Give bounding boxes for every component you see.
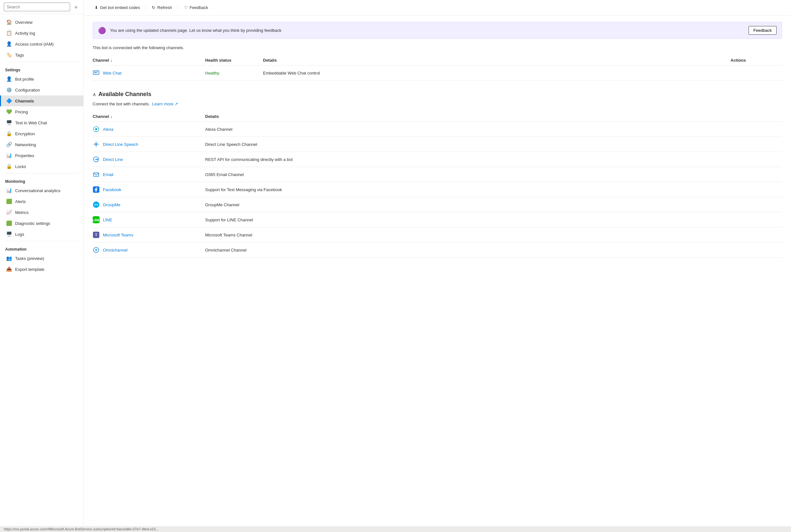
sidebar-item-tasks-preview[interactable]: 👥 Tasks (preview) xyxy=(0,253,83,264)
sidebar-item-activity-log[interactable]: 📋 Activity log xyxy=(0,27,83,39)
sidebar-item-label: Networking xyxy=(15,142,36,147)
svg-rect-10 xyxy=(93,202,99,208)
alerts-icon: 🟩 xyxy=(6,198,12,204)
table-row: Omnichannel Omnichannel Channel xyxy=(93,243,782,258)
tasks-preview-icon: 👥 xyxy=(6,255,12,261)
sidebar-item-label: Export template xyxy=(15,267,44,272)
sidebar-item-diagnostic-settings[interactable]: 🟩 Diagnostic settings xyxy=(0,218,83,229)
banner-text: You are using the updated channels page.… xyxy=(110,28,745,33)
sidebar-item-pricing[interactable]: 💚 Pricing xyxy=(0,106,83,117)
svg-rect-0 xyxy=(93,71,99,75)
details-cell: Alexa Channel xyxy=(205,127,782,132)
sidebar-item-test-web-chat[interactable]: 🖥️ Test in Web Chat xyxy=(0,117,83,128)
sidebar-item-label: Properties xyxy=(15,153,34,158)
refresh-button[interactable]: ↻ Refresh xyxy=(149,3,175,12)
sidebar-item-export-template[interactable]: 📤 Export template xyxy=(0,264,83,275)
direct-line-icon xyxy=(93,156,100,163)
feedback-toolbar-button[interactable]: ♡ Feedback xyxy=(181,3,211,12)
avail-channel-column-header: Channel ↓ xyxy=(93,114,205,119)
actions-column-header: Actions xyxy=(731,58,782,63)
collapse-button[interactable]: « xyxy=(73,3,79,11)
sidebar-item-overview[interactable]: 🏠 Overview xyxy=(0,17,83,27)
page-content: 🟣 You are using the updated channels pag… xyxy=(84,15,791,532)
sidebar-item-encryption[interactable]: 🔒 Encryption xyxy=(0,128,83,139)
sidebar-item-locks[interactable]: 🔒 Locks xyxy=(0,161,83,172)
refresh-label: Refresh xyxy=(157,5,172,10)
email-link[interactable]: Email xyxy=(93,171,205,178)
table-row: Alexa Alexa Channel xyxy=(93,122,782,137)
facebook-link[interactable]: Facebook xyxy=(93,186,205,193)
sidebar-item-tags[interactable]: 🏷️ Tags xyxy=(0,50,83,60)
connected-channels-header-row: Channel ↓ Health status Details Actions xyxy=(93,55,782,65)
sidebar-item-properties[interactable]: 📊 Properties xyxy=(0,150,83,161)
details-cell: Direct Line Speech Channel xyxy=(205,142,782,147)
sidebar-item-metrics[interactable]: 📈 Metrics xyxy=(0,207,83,218)
direct-line-link[interactable]: Direct Line xyxy=(93,156,205,163)
groupme-icon xyxy=(93,201,100,208)
health-status-column-header: Health status xyxy=(205,58,263,63)
sidebar-item-label: Bot profile xyxy=(15,77,34,82)
sidebar-item-bot-profile[interactable]: 👤 Bot profile xyxy=(0,74,83,84)
direct-line-speech-link[interactable]: Direct Line Speech xyxy=(93,141,205,148)
toolbar-divider-2 xyxy=(178,4,178,11)
sidebar-item-label: Configuration xyxy=(15,88,40,93)
banner-icon: 🟣 xyxy=(98,27,106,34)
table-row: Web Chat Healthy Embeddable Web Chat con… xyxy=(93,65,782,81)
channel-cell: Facebook xyxy=(93,186,205,193)
learn-more-link[interactable]: Learn more ↗ xyxy=(152,101,178,106)
details-cell: GroupMe Channel xyxy=(205,203,782,207)
networking-icon: 🔗 xyxy=(6,142,12,148)
sidebar-item-configuration[interactable]: ⚙️ Configuration xyxy=(0,84,83,95)
pricing-icon: 💚 xyxy=(6,109,12,115)
omnichannel-link[interactable]: Omnichannel xyxy=(93,246,205,253)
facebook-icon xyxy=(93,186,100,193)
details-column-header: Details xyxy=(263,58,731,63)
svg-text:T: T xyxy=(95,233,97,237)
sidebar-item-label: Overview xyxy=(15,20,33,25)
access-control-icon: 👤 xyxy=(6,41,12,47)
available-channels-title: ∧ Available Channels xyxy=(93,91,782,98)
table-row: Direct Line REST API for communicating d… xyxy=(93,152,782,167)
svg-point-6 xyxy=(95,144,97,145)
logs-icon: 🖥️ xyxy=(6,231,12,237)
details-cell: REST API for communicating directly with… xyxy=(205,157,782,162)
activity-log-icon: 📋 xyxy=(6,30,12,36)
direct-line-speech-icon xyxy=(93,141,100,148)
channel-cell: Alexa xyxy=(93,126,205,133)
encryption-icon: 🔒 xyxy=(6,131,12,136)
search-input[interactable] xyxy=(4,3,70,11)
get-embed-codes-button[interactable]: ⬇ Get bot embed codes xyxy=(91,3,143,12)
svg-point-11 xyxy=(94,204,96,205)
settings-section-title: Settings xyxy=(0,63,83,74)
sidebar-item-label: Logs xyxy=(15,232,24,237)
web-chat-link[interactable]: Web Chat xyxy=(93,70,205,76)
get-embed-codes-label: Get bot embed codes xyxy=(100,5,140,10)
alexa-link[interactable]: Alexa xyxy=(93,126,205,133)
groupme-link[interactable]: GroupMe xyxy=(93,201,205,208)
details-cell: Support for Text Messaging via Facebook xyxy=(205,187,782,192)
alexa-icon xyxy=(93,126,100,133)
svg-text:LINE: LINE xyxy=(93,218,100,222)
details-cell: Omnichannel Channel xyxy=(205,248,782,252)
microsoft-teams-link[interactable]: T Microsoft Teams xyxy=(93,231,205,239)
sidebar-item-access-control[interactable]: 👤 Access control (IAM) xyxy=(0,39,83,50)
settings-divider xyxy=(5,62,78,62)
monitoring-divider xyxy=(5,173,78,173)
sidebar-item-conv-analytics[interactable]: 📊 Conversational analytics xyxy=(0,185,83,196)
sidebar-item-networking[interactable]: 🔗 Networking xyxy=(0,139,83,150)
omnichannel-icon xyxy=(93,246,100,253)
properties-icon: 📊 xyxy=(6,153,12,158)
sidebar-item-label: Pricing xyxy=(15,110,28,114)
sidebar-item-channels[interactable]: 🔷 Channels xyxy=(0,95,83,106)
sidebar-item-label: Activity log xyxy=(15,31,35,36)
line-link[interactable]: LINE LINE xyxy=(93,216,205,223)
health-status-cell: Healthy xyxy=(205,71,263,76)
configuration-icon: ⚙️ xyxy=(6,87,12,93)
sidebar-item-label: Diagnostic settings xyxy=(15,221,50,226)
feedback-label: Feedback xyxy=(190,5,208,10)
channel-cell: LINE LINE xyxy=(93,216,205,223)
sidebar-item-label: Locks xyxy=(15,164,26,169)
banner-feedback-button[interactable]: Feedback xyxy=(749,26,776,35)
sidebar-item-alerts[interactable]: 🟩 Alerts xyxy=(0,196,83,207)
sidebar-item-logs[interactable]: 🖥️ Logs xyxy=(0,229,83,240)
